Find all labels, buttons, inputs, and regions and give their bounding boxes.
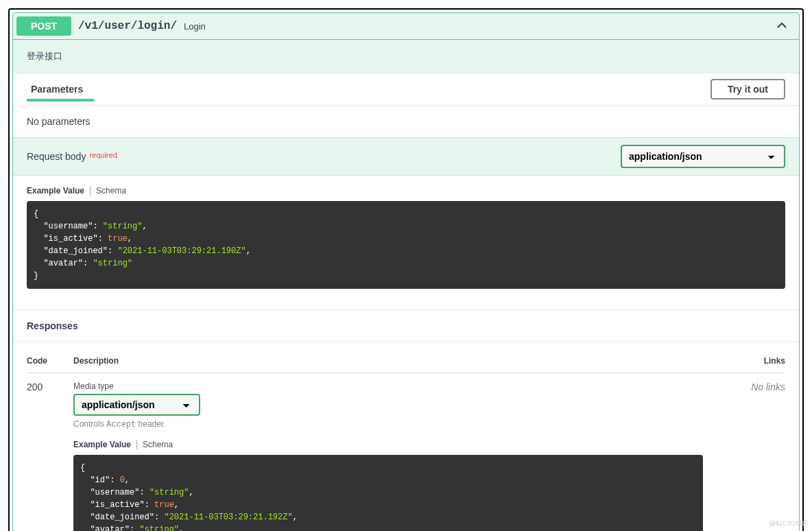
try-it-out-button[interactable]: Try it out [710,79,785,99]
response-example-code[interactable]: { "id": 0, "username": "string", "is_act… [73,455,703,531]
response-code: 200 [27,381,73,531]
responses-table: Code Description Links 200 Media type ap… [13,342,799,531]
controls-accept-text: Controls Accept header. [73,419,703,429]
required-label: required [89,151,117,159]
response-content-type-select[interactable]: application/json [73,394,200,416]
endpoint-summary: Login [184,21,206,32]
request-content-type-select[interactable]: application/json [621,145,785,168]
parameters-header: Parameters Try it out [13,73,799,106]
media-type-label: Media type [73,381,703,391]
request-example-code[interactable]: { "username": "string", "is_active": tru… [27,201,785,289]
operation-block: POST /v1/user/login/ Login 登录接口 Paramete… [12,12,800,531]
collapse-icon[interactable] [775,19,789,34]
response-description: Media type application/json Controls Acc… [73,381,703,531]
operation-description: 登录接口 [13,40,799,73]
no-parameters-text: No parameters [13,106,799,137]
app-frame: POST /v1/user/login/ Login 登录接口 Paramete… [8,8,804,531]
col-links-header: Links [703,356,785,366]
response-example-tabs: Example Value Schema [73,440,703,449]
response-row: 200 Media type application/json Controls… [27,373,785,531]
request-body-header: Request body required application/json [13,137,799,176]
responses-table-head: Code Description Links [27,349,785,373]
request-example-tabs: Example Value Schema [27,186,785,196]
col-code-header: Code [27,356,73,366]
tab-schema[interactable]: Schema [137,440,178,449]
request-body-title: Request body [27,151,86,162]
col-description-header: Description [73,356,703,366]
request-body-content: Example Value Schema { "username": "stri… [13,176,799,309]
http-method-badge: POST [16,16,71,36]
tab-schema[interactable]: Schema [91,186,132,196]
tab-example-value[interactable]: Example Value [27,186,91,196]
watermark: @51CTO博客 [769,519,808,528]
operation-summary[interactable]: POST /v1/user/login/ Login [13,13,799,40]
tab-example-value[interactable]: Example Value [73,440,137,449]
endpoint-path: /v1/user/login/ [78,20,177,32]
responses-header: Responses [13,309,799,342]
response-links: No links [703,381,785,531]
parameters-tab[interactable]: Parameters [27,84,94,102]
